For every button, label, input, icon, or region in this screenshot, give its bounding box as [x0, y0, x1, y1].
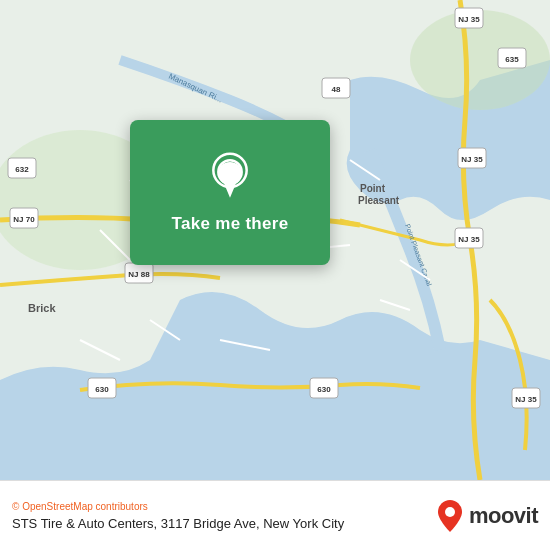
location-card[interactable]: Take me there	[130, 120, 330, 265]
svg-text:48: 48	[332, 85, 341, 94]
openstreetmap-link: OpenStreetMap	[22, 501, 93, 512]
svg-text:Point: Point	[360, 183, 386, 194]
svg-text:NJ 35: NJ 35	[458, 235, 480, 244]
map-container: NJ 70 NJ 70 NJ 88 NJ 35 NJ 35 NJ 35 NJ 3…	[0, 0, 550, 480]
openstreetmap-copyright: ©	[12, 501, 22, 512]
bottom-info: © OpenStreetMap contributors STS Tire & …	[12, 501, 344, 531]
svg-text:NJ 88: NJ 88	[128, 270, 150, 279]
moovit-pin-icon	[436, 498, 464, 534]
svg-text:NJ 35: NJ 35	[458, 15, 480, 24]
svg-text:632: 632	[15, 165, 29, 174]
attribution-text: © OpenStreetMap contributors	[12, 501, 344, 512]
svg-point-48	[226, 167, 234, 175]
svg-text:NJ 35: NJ 35	[515, 395, 537, 404]
attribution-suffix: contributors	[93, 501, 148, 512]
svg-text:Brick: Brick	[28, 302, 56, 314]
moovit-brand-label: moovit	[469, 503, 538, 529]
location-description: STS Tire & Auto Centers, 3117 Bridge Ave…	[12, 516, 344, 531]
moovit-logo: moovit	[436, 498, 538, 534]
svg-point-49	[445, 507, 455, 517]
svg-text:630: 630	[317, 385, 331, 394]
svg-text:NJ 35: NJ 35	[461, 155, 483, 164]
svg-text:Pleasant: Pleasant	[358, 195, 400, 206]
svg-text:630: 630	[95, 385, 109, 394]
take-me-there-button[interactable]: Take me there	[172, 214, 289, 234]
svg-text:NJ 70: NJ 70	[13, 215, 35, 224]
svg-text:635: 635	[505, 55, 519, 64]
location-pin-icon	[205, 152, 255, 202]
bottom-bar: © OpenStreetMap contributors STS Tire & …	[0, 480, 550, 550]
